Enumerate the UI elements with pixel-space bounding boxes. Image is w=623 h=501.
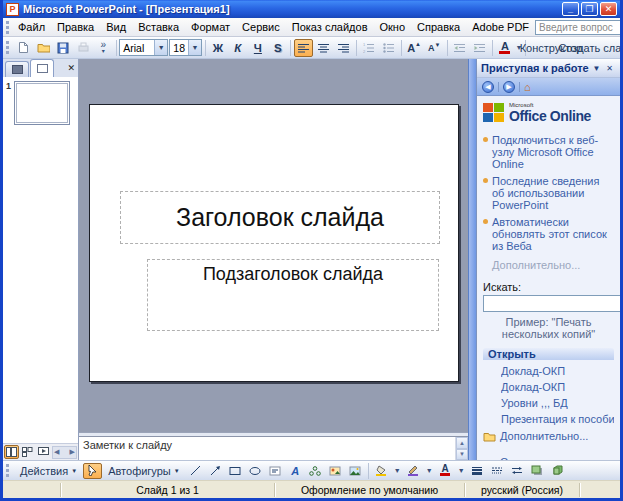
font-color-button[interactable]: А xyxy=(495,39,514,57)
nav-back-icon[interactable]: ◀ xyxy=(482,81,494,93)
toolbar-drag-handle[interactable] xyxy=(6,41,10,54)
arrow-style-button[interactable] xyxy=(508,463,527,479)
menu-adobe-pdf[interactable]: Adobe PDF xyxy=(466,19,535,35)
slideshow-view-button[interactable] xyxy=(36,445,51,459)
textbox-tool-button[interactable] xyxy=(266,463,285,479)
menu-file[interactable]: Файл xyxy=(12,19,51,35)
bullets-icon xyxy=(383,43,394,53)
bold-button[interactable]: Ж xyxy=(208,39,227,57)
nav-forward-icon[interactable]: ▶ xyxy=(503,81,515,93)
search-input[interactable] xyxy=(483,295,620,312)
increase-font-button[interactable]: A▲ xyxy=(405,39,424,57)
link-connect-office-online[interactable]: Подключиться к веб-узлу Microsoft Office… xyxy=(492,134,614,170)
align-left-button[interactable] xyxy=(294,39,313,57)
link-latest-news[interactable]: Последние сведения об использовании Powe… xyxy=(492,175,614,211)
clipart-button[interactable] xyxy=(326,463,345,479)
rectangle-tool-button[interactable] xyxy=(226,463,245,479)
threed-style-button[interactable] xyxy=(548,463,567,479)
ask-question-input[interactable] xyxy=(535,20,623,35)
bullets-button[interactable] xyxy=(379,39,398,57)
text-shadow-button[interactable]: S xyxy=(268,39,287,57)
tab-outline[interactable] xyxy=(5,61,29,77)
font-size-dropdown-icon[interactable]: ▼ xyxy=(188,40,201,55)
taskpane-dropdown-icon[interactable]: ▼ xyxy=(590,64,603,73)
decrease-font-button[interactable]: A▼ xyxy=(425,39,444,57)
more-files-link[interactable]: Дополнительно... xyxy=(500,430,588,442)
left-pane-hscrollbar[interactable]: ◀▶ xyxy=(52,446,77,459)
oval-tool-button[interactable] xyxy=(246,463,265,479)
arrow-tool-button[interactable] xyxy=(206,463,225,479)
menu-format[interactable]: Формат xyxy=(185,19,236,35)
bullet-icon xyxy=(483,178,488,183)
recent-file-link[interactable]: Доклад-ОКП xyxy=(501,381,614,393)
menu-window[interactable]: Окно xyxy=(374,19,412,35)
maximize-button[interactable]: ❐ xyxy=(581,2,598,16)
recent-file-link[interactable]: Уровни ,,, БД xyxy=(501,397,614,409)
shadow-style-button[interactable] xyxy=(528,463,547,479)
new-document-button[interactable] xyxy=(14,39,33,57)
font-name-combo[interactable]: Arial ▼ xyxy=(119,39,168,56)
normal-view-button[interactable] xyxy=(4,445,19,459)
line-color-dropdown-icon[interactable]: ▼ xyxy=(424,463,435,478)
select-objects-button[interactable] xyxy=(83,463,102,479)
save-button[interactable] xyxy=(54,39,73,57)
toolbar-options-chevron[interactable]: »▾ xyxy=(94,39,113,57)
diagram-button[interactable] xyxy=(306,463,325,479)
align-center-button[interactable] xyxy=(314,39,333,57)
notes-placeholder-text[interactable]: Заметки к слайду xyxy=(79,437,455,460)
new-slide-button[interactable]: Создать слайд xyxy=(571,39,618,57)
increase-indent-button[interactable] xyxy=(470,39,489,57)
nav-home-icon[interactable]: ⌂ xyxy=(524,81,531,93)
menu-tools[interactable]: Сервис xyxy=(236,19,286,35)
decrease-indent-button[interactable] xyxy=(450,39,469,57)
draw-actions-button[interactable]: Действия▼ xyxy=(15,463,82,479)
notes-scroll-up-icon[interactable]: ▲ xyxy=(456,437,468,449)
underline-button[interactable]: Ч xyxy=(248,39,267,57)
menubar-drag-handle[interactable] xyxy=(6,21,9,34)
fill-color-dropdown-icon[interactable]: ▼ xyxy=(392,463,403,478)
open-button[interactable] xyxy=(34,39,53,57)
numbering-button[interactable]: 12 xyxy=(359,39,378,57)
draw-font-color-button[interactable]: А xyxy=(436,463,455,479)
align-right-button[interactable] xyxy=(334,39,353,57)
fill-color-button[interactable] xyxy=(372,463,391,479)
more-files-row[interactable]: Дополнительно... xyxy=(483,430,614,442)
status-language[interactable]: русский (Россия) xyxy=(465,483,580,497)
menu-edit[interactable]: Правка xyxy=(51,19,100,35)
minimize-button[interactable]: _ xyxy=(562,2,579,16)
draw-font-color-dropdown-icon[interactable]: ▼ xyxy=(456,463,467,478)
drawbar-drag-handle[interactable] xyxy=(6,464,11,477)
menu-view[interactable]: Вид xyxy=(100,19,132,35)
menu-slideshow[interactable]: Показ слайдов xyxy=(286,19,374,35)
link-auto-update[interactable]: Автоматически обновлять этот список из В… xyxy=(492,216,614,252)
line-color-button[interactable] xyxy=(404,463,423,479)
menu-help[interactable]: Справка xyxy=(411,19,466,35)
line-style-button[interactable] xyxy=(468,463,487,479)
left-pane-close-icon[interactable]: ✕ xyxy=(67,63,75,73)
slide-sorter-view-button[interactable] xyxy=(20,445,35,459)
insert-picture-button[interactable] xyxy=(346,463,365,479)
italic-button[interactable]: К xyxy=(228,39,247,57)
slide-thumbnail[interactable] xyxy=(14,81,70,125)
notes-scroll-down-icon[interactable]: ▼ xyxy=(456,449,468,461)
title-placeholder[interactable]: Заголовок слайда xyxy=(120,191,440,244)
font-name-dropdown-icon[interactable]: ▼ xyxy=(154,40,167,55)
status-design-theme[interactable]: Оформление по умолчанию xyxy=(275,483,465,497)
draw-font-color-letter: А xyxy=(442,465,449,473)
subtitle-placeholder[interactable]: Подзаголовок слайда xyxy=(147,259,439,331)
taskpane-splitter[interactable] xyxy=(468,59,476,460)
slide[interactable]: Заголовок слайда Подзаголовок слайда xyxy=(89,104,459,382)
print-button[interactable] xyxy=(74,39,93,57)
tab-slides[interactable] xyxy=(30,59,54,77)
menu-insert[interactable]: Вставка xyxy=(132,19,185,35)
dash-style-button[interactable] xyxy=(488,463,507,479)
autoshapes-button[interactable]: Автофигуры▼ xyxy=(103,463,185,479)
taskpane-close-icon[interactable]: ✕ xyxy=(603,64,616,73)
font-size-combo[interactable]: 18 ▼ xyxy=(169,39,202,56)
recent-file-link[interactable]: Презентация к пособию БД xyxy=(501,413,614,425)
close-button[interactable]: ✕ xyxy=(600,2,617,16)
fill-bucket-icon xyxy=(375,465,387,476)
wordart-button[interactable]: A xyxy=(286,463,305,479)
recent-file-link[interactable]: Доклад-ОКП xyxy=(501,365,614,377)
line-tool-button[interactable] xyxy=(186,463,205,479)
